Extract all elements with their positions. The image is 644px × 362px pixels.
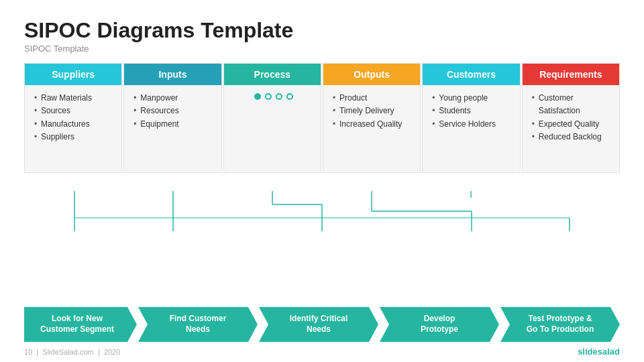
- sipoc-col-inputs: Inputs Manpower Resources Equipment: [123, 63, 221, 173]
- sipoc-col-suppliers: Suppliers Raw Materials Sources Manufact…: [24, 63, 122, 173]
- list-item: Product: [333, 92, 413, 105]
- list-item: Raw Materials: [34, 92, 115, 105]
- slide: SIPOC Diagrams Template SIPOC Template S…: [0, 0, 644, 362]
- list-item: Manpower: [133, 92, 214, 105]
- customers-header: Customers: [423, 64, 519, 85]
- inputs-header: Inputs: [124, 64, 221, 85]
- process-step-4: DevelopPrototype: [380, 307, 499, 342]
- process-dots: [254, 93, 293, 100]
- process-step-3: Identify CriticalNeeds: [259, 307, 378, 342]
- footer-logo: slidesalad: [578, 347, 620, 357]
- list-item: Customer Satisfaction: [532, 92, 612, 117]
- page-number: 10: [24, 348, 32, 356]
- list-item: Reduced Backlog: [532, 131, 612, 143]
- suppliers-body: Raw Materials Sources Manufactures Suppl…: [25, 85, 121, 172]
- process-flow: Look for NewCustomer Segment Find Custom…: [24, 307, 620, 342]
- sipoc-col-process: Process: [223, 63, 321, 173]
- list-item: Increased Quality: [333, 118, 413, 131]
- inputs-body: Manpower Resources Equipment: [124, 85, 221, 172]
- sipoc-col-customers: Customers Young people Students Service …: [422, 63, 520, 173]
- list-item: Service Holders: [432, 118, 513, 131]
- list-item: Equipment: [133, 118, 214, 131]
- list-item: Expected Quality: [532, 118, 612, 131]
- customers-body: Young people Students Service Holders: [423, 85, 519, 172]
- page-subtitle: SIPOC Template: [24, 44, 620, 54]
- requirements-header: Requirements: [523, 64, 619, 85]
- process-header: Process: [224, 64, 321, 85]
- list-item: Students: [432, 105, 513, 117]
- logo-prefix: slide: [578, 347, 598, 357]
- sipoc-col-outputs: Outputs Product Timely Delivery Increase…: [323, 63, 421, 173]
- process-body: [224, 85, 321, 172]
- logo-suffix: salad: [598, 347, 620, 357]
- list-item: Suppliers: [34, 131, 115, 143]
- process-step-1: Look for NewCustomer Segment: [24, 307, 137, 342]
- suppliers-header: Suppliers: [25, 64, 121, 85]
- list-item: Resources: [133, 105, 214, 117]
- requirements-body: Customer Satisfaction Expected Quality R…: [523, 85, 619, 172]
- footer-year: 2020: [104, 348, 120, 356]
- process-dot-4: [286, 93, 293, 100]
- connector-lines: [24, 191, 620, 258]
- footer: 10 | SlideSalad.com | 2020 slidesalad: [24, 347, 620, 357]
- process-dot-2: [265, 93, 272, 100]
- footer-page-info: 10 | SlideSalad.com | 2020: [24, 348, 120, 356]
- list-item: Young people: [432, 92, 513, 105]
- outputs-body: Product Timely Delivery Increased Qualit…: [323, 85, 420, 172]
- process-step-2: Find CustomerNeeds: [138, 307, 258, 342]
- sipoc-table: Suppliers Raw Materials Sources Manufact…: [24, 63, 620, 173]
- process-dot-3: [276, 93, 282, 100]
- list-item: Timely Delivery: [333, 105, 413, 117]
- list-item: Manufactures: [34, 118, 115, 131]
- process-step-5: Test Prototype &Go To Production: [500, 307, 620, 342]
- outputs-header: Outputs: [323, 64, 420, 85]
- process-dot-1: [254, 93, 261, 100]
- page-title: SIPOC Diagrams Template: [24, 19, 620, 42]
- list-item: Sources: [34, 105, 115, 117]
- sipoc-col-requirements: Requirements Customer Satisfaction Expec…: [522, 63, 620, 173]
- footer-site: SlideSalad.com: [42, 348, 93, 356]
